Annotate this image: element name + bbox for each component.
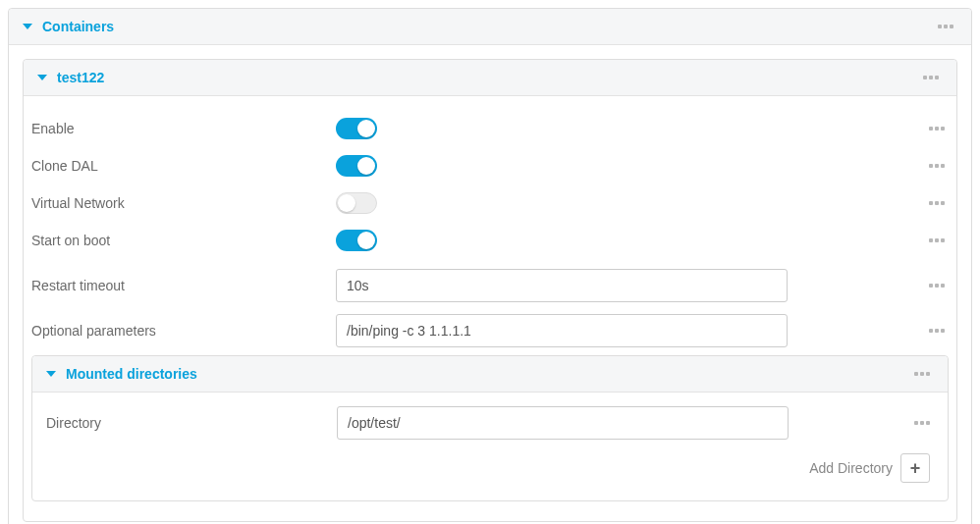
- ellipsis-icon[interactable]: [925, 197, 949, 209]
- chevron-down-icon: [23, 24, 32, 29]
- ellipsis-icon[interactable]: [910, 368, 934, 380]
- enable-row: Enable: [31, 112, 949, 145]
- start-on-boot-toggle[interactable]: [336, 230, 377, 251]
- restart-timeout-input[interactable]: [336, 269, 788, 302]
- ellipsis-icon[interactable]: [925, 280, 949, 291]
- chevron-down-icon: [37, 75, 47, 80]
- mounted-directories-header[interactable]: Mounted directories: [32, 356, 948, 393]
- containers-panel-body: test122 Enable Clone DAL: [9, 45, 971, 524]
- plus-icon: +: [910, 458, 921, 479]
- directory-input[interactable]: [337, 406, 789, 440]
- add-directory-label: Add Directory: [809, 460, 893, 476]
- add-directory-button[interactable]: +: [900, 453, 930, 483]
- container-panel: test122 Enable Clone DAL: [23, 59, 957, 522]
- container-panel-title[interactable]: test122: [37, 70, 104, 85]
- mounted-directories-title[interactable]: Mounted directories: [46, 366, 197, 382]
- mounted-directories-title-text: Mounted directories: [66, 366, 197, 382]
- virtual-network-row: Virtual Network: [31, 186, 949, 220]
- restart-timeout-label: Restart timeout: [31, 278, 336, 293]
- ellipsis-icon[interactable]: [925, 325, 949, 337]
- ellipsis-icon[interactable]: [925, 160, 949, 172]
- containers-panel: Containers test122 Enable: [8, 8, 972, 524]
- optional-params-row: Optional parameters: [31, 314, 949, 347]
- add-directory-row: Add Directory +: [46, 444, 934, 487]
- clone-dal-label: Clone DAL: [31, 158, 336, 174]
- mounted-directories-body: Directory Add Directory +: [32, 393, 948, 500]
- ellipsis-icon[interactable]: [919, 72, 943, 83]
- containers-panel-title[interactable]: Containers: [23, 19, 114, 34]
- start-on-boot-row: Start on boot: [31, 224, 949, 257]
- clone-dal-toggle[interactable]: [336, 155, 377, 177]
- ellipsis-icon[interactable]: [925, 235, 949, 246]
- clone-dal-row: Clone DAL: [31, 149, 949, 183]
- virtual-network-label: Virtual Network: [31, 195, 336, 211]
- ellipsis-icon[interactable]: [934, 21, 957, 32]
- start-on-boot-label: Start on boot: [31, 233, 336, 248]
- chevron-down-icon: [46, 371, 56, 377]
- restart-timeout-row: Restart timeout: [31, 269, 949, 302]
- container-panel-body: Enable Clone DAL Virtual Network: [24, 96, 956, 521]
- containers-title-text: Containers: [42, 19, 114, 34]
- container-title-text: test122: [57, 70, 104, 85]
- enable-toggle[interactable]: [336, 118, 377, 139]
- virtual-network-toggle[interactable]: [336, 192, 377, 214]
- ellipsis-icon[interactable]: [910, 417, 934, 429]
- enable-label: Enable: [31, 121, 336, 136]
- containers-panel-header[interactable]: Containers: [9, 9, 971, 45]
- optional-params-input[interactable]: [336, 314, 788, 347]
- directory-row: Directory: [46, 406, 934, 440]
- mounted-directories-panel: Mounted directories Directory: [31, 355, 949, 501]
- ellipsis-icon[interactable]: [925, 123, 949, 134]
- optional-params-label: Optional parameters: [31, 323, 336, 339]
- container-panel-header[interactable]: test122: [24, 60, 956, 96]
- directory-label: Directory: [46, 415, 337, 431]
